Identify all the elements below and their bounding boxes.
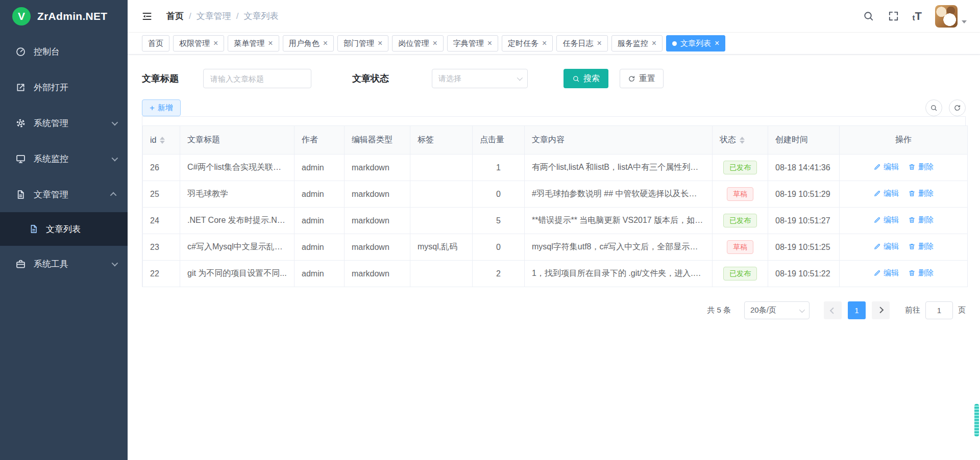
external-link-icon <box>15 82 26 93</box>
tab-task-log[interactable]: 任务日志 <box>556 35 607 52</box>
plus-icon <box>150 104 155 112</box>
goto-page: 前往 页 <box>905 301 966 319</box>
scrollbar-thumb[interactable] <box>974 404 979 437</box>
edit-link[interactable]: 编辑 <box>873 268 899 278</box>
sidebar-item-dashboard[interactable]: 控制台 <box>0 34 128 69</box>
breadcrumb-separator: / <box>189 11 191 21</box>
tab-scheduled-task[interactable]: 定时任务 <box>502 35 553 52</box>
delete-link[interactable]: 删除 <box>908 189 934 198</box>
delete-link[interactable]: 删除 <box>908 162 934 172</box>
close-icon[interactable] <box>597 39 601 47</box>
topbar: 首页 / 文章管理 / 文章列表 <box>128 0 980 33</box>
toggle-search-button[interactable] <box>925 99 942 116</box>
add-button[interactable]: 新增 <box>142 99 181 116</box>
chevron-down-icon <box>799 306 805 312</box>
gear-icon <box>15 118 26 129</box>
delete-icon <box>908 243 916 250</box>
sidebar-item-label: 文章列表 <box>46 223 81 235</box>
tab-dept-admin[interactable]: 部门管理 <box>337 35 388 52</box>
article-title-input[interactable] <box>203 69 311 88</box>
sidebar-fold-button[interactable] <box>141 9 156 24</box>
filter-form: 文章标题 文章状态 请选择 搜索 重置 <box>142 69 966 88</box>
breadcrumb-article-admin[interactable]: 文章管理 <box>197 10 231 22</box>
edit-link[interactable]: 编辑 <box>873 162 899 172</box>
pagination: 共 5 条 20条/页 1 前往 页 <box>142 301 966 319</box>
tab-service-monitor[interactable]: 服务监控 <box>611 35 663 52</box>
close-icon[interactable] <box>487 39 492 47</box>
tab-user-role[interactable]: 用户角色 <box>283 35 334 52</box>
sidebar-menu: 控制台 外部打开 系统管理 系统监控 文章管理 文章列表 系统工具 <box>0 34 128 282</box>
close-icon[interactable] <box>652 39 656 47</box>
close-icon[interactable] <box>378 39 382 47</box>
caret-down-icon[interactable] <box>962 20 967 23</box>
delete-link[interactable]: 删除 <box>908 268 934 278</box>
close-icon[interactable] <box>268 39 273 47</box>
close-icon[interactable] <box>323 39 328 47</box>
delete-icon <box>908 190 916 197</box>
edit-link[interactable]: 编辑 <box>873 215 899 225</box>
page-size-select[interactable]: 20条/页 <box>744 301 810 319</box>
delete-link[interactable]: 删除 <box>908 242 934 251</box>
sidebar-item-label: 系统管理 <box>34 117 68 129</box>
edit-link[interactable]: 编辑 <box>873 189 899 198</box>
tab-dict-admin[interactable]: 字典管理 <box>447 35 498 52</box>
edit-link[interactable]: 编辑 <box>873 242 899 251</box>
page-number-1[interactable]: 1 <box>848 301 866 319</box>
tab-menu-admin[interactable]: 菜单管理 <box>228 35 279 52</box>
search-icon[interactable] <box>863 10 874 22</box>
total-count: 共 5 条 <box>707 305 731 315</box>
sort-icons[interactable] <box>740 137 745 144</box>
col-status[interactable]: 状态 <box>713 126 768 155</box>
reset-button[interactable]: 重置 <box>620 69 664 88</box>
app-logo[interactable]: V ZrAdmin.NET <box>0 0 128 33</box>
goto-page-input[interactable] <box>925 301 953 319</box>
search-icon <box>572 75 580 83</box>
page-content: 文章标题 文章状态 请选择 搜索 重置 新增 <box>128 69 980 319</box>
sidebar-item-system-tools[interactable]: 系统工具 <box>0 246 128 282</box>
edit-icon <box>873 243 881 250</box>
chevron-left-icon <box>830 308 837 314</box>
sidebar-item-system-monitor[interactable]: 系统监控 <box>0 141 128 176</box>
tab-label: 首页 <box>148 39 163 48</box>
sidebar-subitem-article-list[interactable]: 文章列表 <box>0 212 128 246</box>
article-title-label: 文章标题 <box>142 72 179 85</box>
fullscreen-icon[interactable] <box>888 10 899 22</box>
tab-home[interactable]: 首页 <box>142 35 169 52</box>
delete-link[interactable]: 删除 <box>908 215 934 225</box>
tab-article-list[interactable]: 文章列表 <box>666 35 725 52</box>
sidebar-item-external[interactable]: 外部打开 <box>0 69 128 105</box>
tab-permission[interactable]: 权限管理 <box>173 35 224 52</box>
col-tag: 标签 <box>410 126 473 155</box>
tab-post-admin[interactable]: 岗位管理 <box>392 35 443 52</box>
delete-icon <box>908 163 916 171</box>
close-icon[interactable] <box>432 39 437 47</box>
sidebar-item-article-admin[interactable]: 文章管理 <box>0 176 128 212</box>
document-icon <box>15 189 26 200</box>
col-id[interactable]: id <box>143 126 180 155</box>
avatar[interactable] <box>935 5 958 28</box>
search-button[interactable]: 搜索 <box>564 69 608 88</box>
sidebar-item-system-admin[interactable]: 系统管理 <box>0 105 128 141</box>
table-row: 23 c#写入Mysql中文显示乱码 ... admin markdown my… <box>143 234 968 261</box>
document-icon <box>29 224 39 234</box>
sort-icons[interactable] <box>160 137 165 144</box>
table-toolbar: 新增 <box>142 99 966 116</box>
select-placeholder: 请选择 <box>438 74 461 84</box>
table-row: 22 git 为不同的项目设置不同... admin markdown 2 1，… <box>143 261 968 287</box>
sidebar-item-label: 外部打开 <box>34 82 68 93</box>
status-badge: 草稿 <box>727 187 753 201</box>
logo-icon: V <box>12 7 31 25</box>
pager: 1 <box>824 301 890 319</box>
font-size-icon[interactable] <box>913 11 922 22</box>
close-icon[interactable] <box>213 39 218 47</box>
main-area: 首页 / 文章管理 / 文章列表 首页 权限管理 菜单管理 用户角色 <box>128 0 980 319</box>
breadcrumb: 首页 / 文章管理 / 文章列表 <box>166 10 278 22</box>
next-page-button[interactable] <box>872 301 890 319</box>
close-icon[interactable] <box>542 39 547 47</box>
prev-page-button[interactable] <box>824 301 842 319</box>
refresh-table-button[interactable] <box>949 99 966 116</box>
article-status-select[interactable]: 请选择 <box>432 69 528 88</box>
tab-label: 用户角色 <box>289 39 320 48</box>
close-icon[interactable] <box>715 39 719 47</box>
breadcrumb-home[interactable]: 首页 <box>166 10 184 22</box>
